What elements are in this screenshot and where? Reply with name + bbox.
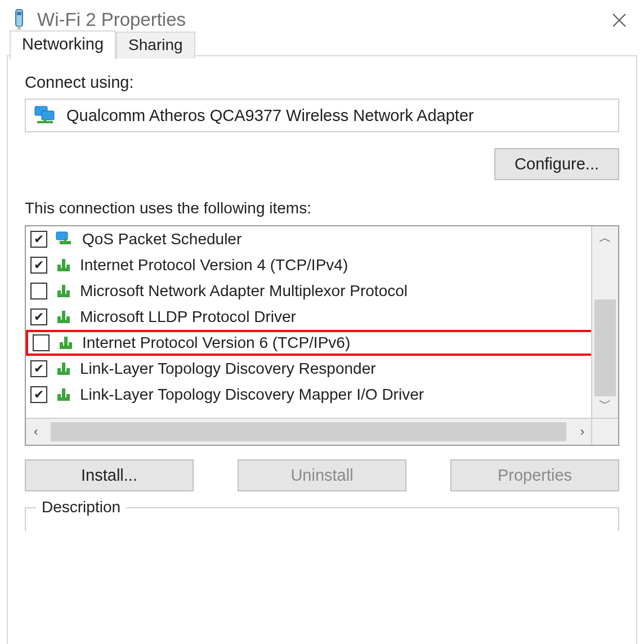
- svg-rect-24: [64, 337, 68, 346]
- dialog-body: Networking Sharing Connect using: Qualco…: [7, 55, 637, 644]
- protocol-icon: [55, 257, 72, 274]
- list-item[interactable]: Link-Layer Topology Discovery Responder: [26, 356, 591, 382]
- svg-rect-28: [62, 363, 65, 372]
- button-label: Install...: [81, 466, 137, 484]
- description-groupbox: Description: [25, 507, 619, 531]
- protocol-icon: [57, 334, 74, 351]
- svg-rect-13: [57, 268, 70, 271]
- scroll-thumb[interactable]: [594, 299, 616, 396]
- uninstall-button: Uninstall: [238, 459, 406, 491]
- horizontal-scrollbar[interactable]: ‹ ›: [26, 418, 618, 445]
- connect-using-label: Connect using:: [25, 73, 619, 92]
- tab-label: Sharing: [128, 36, 183, 53]
- svg-rect-19: [66, 290, 70, 294]
- svg-rect-12: [62, 259, 65, 268]
- item-label: QoS Packet Scheduler: [82, 230, 242, 248]
- item-checkbox[interactable]: [30, 231, 47, 248]
- svg-rect-6: [42, 111, 54, 120]
- connection-items-list[interactable]: QoS Packet SchedulerInternet Protocol Ve…: [25, 225, 619, 446]
- hscroll-thumb[interactable]: [51, 422, 566, 441]
- list-item[interactable]: QoS Packet Scheduler: [26, 226, 591, 252]
- network-adapter-icon: [34, 105, 59, 126]
- list-item[interactable]: Internet Protocol Version 4 (TCP/IPv4): [26, 252, 591, 278]
- items-label: This connection uses the following items…: [25, 199, 619, 217]
- button-label: Properties: [498, 466, 572, 484]
- svg-rect-23: [66, 316, 70, 320]
- svg-rect-16: [62, 285, 65, 294]
- svg-rect-17: [57, 294, 70, 297]
- svg-rect-34: [57, 394, 61, 397]
- adapter-field[interactable]: Qualcomm Atheros QCA9377 Wireless Networ…: [25, 99, 619, 132]
- close-icon[interactable]: [611, 12, 627, 28]
- svg-rect-35: [66, 394, 70, 397]
- scroll-corner: [591, 419, 618, 445]
- svg-rect-9: [56, 232, 68, 240]
- item-checkbox[interactable]: [30, 257, 47, 274]
- svg-rect-8: [44, 119, 46, 122]
- svg-rect-21: [57, 320, 70, 323]
- adapter-name: Qualcomm Atheros QCA9377 Wireless Networ…: [66, 106, 474, 125]
- svg-rect-29: [57, 372, 70, 375]
- scroll-down-icon[interactable]: ﹀: [599, 392, 611, 415]
- configure-button[interactable]: Configure...: [494, 148, 619, 180]
- svg-rect-18: [57, 290, 61, 294]
- item-checkbox[interactable]: [30, 308, 47, 325]
- svg-rect-33: [57, 397, 70, 401]
- protocol-icon: [55, 283, 72, 299]
- vertical-scrollbar[interactable]: ︿ ﹀: [591, 226, 618, 419]
- item-checkbox[interactable]: [30, 360, 47, 377]
- svg-rect-20: [62, 311, 65, 320]
- scroll-right-icon[interactable]: ›: [580, 424, 584, 439]
- list-item[interactable]: Internet Protocol Version 6 (TCP/IPv6): [26, 330, 591, 356]
- button-label: Configure...: [515, 155, 599, 173]
- tab-sharing[interactable]: Sharing: [116, 32, 195, 59]
- svg-rect-30: [57, 368, 61, 372]
- tab-networking[interactable]: Networking: [10, 30, 116, 60]
- item-checkbox[interactable]: [30, 386, 47, 403]
- svg-rect-22: [57, 316, 61, 320]
- install-button[interactable]: Install...: [25, 459, 194, 491]
- svg-rect-27: [69, 342, 72, 346]
- protocol-icon: [55, 360, 72, 377]
- tab-content: Connect using: Qualcomm Atheros QCA9377 …: [25, 73, 619, 531]
- protocol-icon: [55, 386, 72, 403]
- item-label: Link-Layer Topology Discovery Mapper I/O…: [80, 386, 424, 404]
- list-item[interactable]: Microsoft LLDP Protocol Driver: [26, 304, 591, 330]
- properties-button: Properties: [450, 459, 619, 491]
- item-label: Internet Protocol Version 6 (TCP/IPv6): [82, 334, 350, 352]
- item-label: Link-Layer Topology Discovery Responder: [80, 360, 376, 378]
- item-checkbox[interactable]: [33, 334, 50, 351]
- qos-icon: [55, 231, 74, 248]
- svg-rect-31: [66, 368, 70, 372]
- button-label: Uninstall: [290, 466, 353, 484]
- window-title: Wi-Fi 2 Properties: [37, 9, 186, 30]
- svg-rect-26: [60, 342, 63, 346]
- svg-rect-15: [66, 265, 70, 268]
- item-label: Microsoft Network Adapter Multiplexor Pr…: [80, 282, 408, 300]
- scroll-left-icon[interactable]: ‹: [34, 424, 38, 439]
- item-checkbox[interactable]: [30, 283, 47, 299]
- list-item[interactable]: Microsoft Network Adapter Multiplexor Pr…: [26, 278, 591, 304]
- tab-strip: Networking Sharing: [10, 29, 195, 59]
- scroll-up-icon[interactable]: ︿: [599, 226, 611, 250]
- item-buttons-row: Install... Uninstall Properties: [25, 459, 619, 491]
- svg-rect-1: [17, 12, 21, 15]
- svg-rect-11: [64, 239, 66, 242]
- wifi-adapter-icon: [11, 8, 27, 31]
- svg-rect-32: [62, 388, 65, 397]
- tab-label: Networking: [22, 35, 104, 53]
- description-legend: Description: [36, 498, 126, 516]
- svg-rect-14: [57, 265, 61, 268]
- item-label: Internet Protocol Version 4 (TCP/IPv4): [80, 256, 348, 274]
- protocol-icon: [55, 308, 72, 325]
- item-label: Microsoft LLDP Protocol Driver: [80, 308, 296, 326]
- svg-rect-25: [60, 346, 72, 349]
- properties-dialog: Wi-Fi 2 Properties Networking Sharing Co…: [0, 0, 644, 644]
- list-item[interactable]: Link-Layer Topology Discovery Mapper I/O…: [26, 382, 591, 408]
